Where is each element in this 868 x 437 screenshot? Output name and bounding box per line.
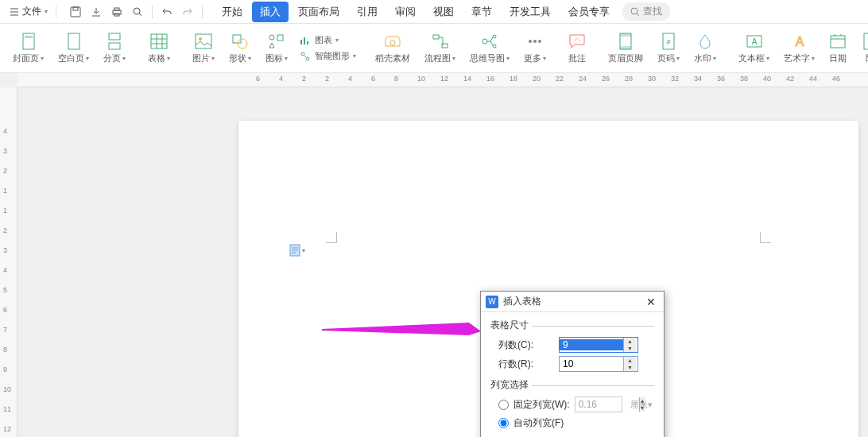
- auto-width-radio[interactable]: [498, 418, 509, 428]
- search-placeholder: 查找: [643, 5, 662, 18]
- tab-会员专享[interactable]: 会员专享: [560, 2, 618, 22]
- wordart-button[interactable]: A艺术字▾: [777, 31, 821, 66]
- spin-up-icon[interactable]: ▲: [624, 357, 636, 364]
- unit-label: 厘米▾: [630, 399, 653, 411]
- separator: [152, 6, 153, 18]
- close-button[interactable]: ✕: [643, 296, 659, 308]
- svg-point-27: [529, 40, 532, 43]
- ruler-tick: 9: [3, 365, 7, 373]
- file-menu[interactable]: 文件 ▾: [5, 3, 52, 20]
- smartart-button[interactable]: 智能图形▾: [296, 49, 359, 64]
- save-icon[interactable]: [66, 2, 85, 21]
- tab-页面布局[interactable]: 页面布局: [290, 2, 347, 22]
- spin-down-icon[interactable]: ▼: [624, 345, 636, 352]
- svg-point-25: [493, 35, 496, 38]
- ruler-tick: 4: [348, 73, 352, 87]
- tab-审阅[interactable]: 审阅: [387, 2, 424, 22]
- ruler-tick: 16: [486, 73, 494, 87]
- fixed-width-radio[interactable]: [498, 400, 509, 410]
- svg-point-24: [482, 39, 487, 44]
- svg-rect-3: [114, 8, 119, 10]
- ruler-tick: 36: [717, 73, 725, 87]
- svg-point-16: [238, 39, 247, 48]
- mindmap-button[interactable]: 思维导图▾: [463, 31, 516, 66]
- tab-开发工具[interactable]: 开发工具: [502, 2, 559, 22]
- more-button[interactable]: 更多▾: [517, 31, 552, 66]
- flowchart-icon: [432, 33, 449, 50]
- ruler-tick: 42: [786, 73, 794, 87]
- picture-button[interactable]: 图片▾: [186, 31, 221, 66]
- cover-page-icon: [20, 33, 37, 50]
- undo-icon[interactable]: [157, 2, 176, 21]
- svg-point-5: [134, 8, 140, 14]
- header-footer-button[interactable]: 页眉页脚: [602, 31, 649, 66]
- svg-rect-11: [109, 43, 120, 49]
- page-number-button[interactable]: #页码▾: [651, 31, 686, 66]
- blank-page-icon: [65, 33, 83, 50]
- file-menu-label: 文件: [22, 5, 41, 18]
- rows-input[interactable]: ▲▼: [559, 356, 638, 372]
- horizontal-ruler[interactable]: 6422468101214161820222426283032343638404…: [17, 73, 868, 87]
- comment-button[interactable]: 批注: [562, 31, 592, 66]
- svg-rect-38: [831, 36, 845, 48]
- page-break-button[interactable]: 分页▾: [97, 31, 132, 66]
- shape-icon: [231, 33, 249, 50]
- ruler-tick: 8: [394, 73, 398, 87]
- date-icon: [829, 33, 847, 50]
- icon-button[interactable]: 图标▾: [259, 31, 294, 66]
- vertical-ruler[interactable]: 4321123456789101112131415: [0, 87, 17, 437]
- smartart-icon: [299, 50, 312, 63]
- attach-button[interactable]: 附: [854, 31, 868, 66]
- blank-page-button[interactable]: 空白页▾: [52, 31, 95, 66]
- tab-引用[interactable]: 引用: [349, 2, 386, 22]
- ruler-tick: 40: [763, 73, 771, 87]
- margin-corner-icon: [760, 232, 771, 243]
- spin-down-icon[interactable]: ▼: [624, 364, 636, 371]
- preview-icon[interactable]: [128, 2, 147, 21]
- docer-icon: [384, 33, 401, 50]
- tab-开始[interactable]: 开始: [214, 2, 250, 22]
- rows-value[interactable]: [560, 358, 623, 369]
- watermark-button[interactable]: 水印▾: [688, 31, 723, 66]
- svg-rect-39: [864, 33, 868, 49]
- svg-point-20: [306, 57, 309, 60]
- rows-label: 行数(R):: [498, 358, 554, 371]
- icon-lib-icon: [268, 33, 285, 50]
- export-icon[interactable]: [87, 2, 106, 21]
- paste-options-icon[interactable]: ▾: [289, 244, 305, 257]
- tab-视图[interactable]: 视图: [425, 2, 462, 22]
- ruler-tick: 38: [740, 73, 748, 87]
- dialog-title: 插入表格: [503, 295, 541, 308]
- search-box[interactable]: 查找: [622, 2, 670, 21]
- svg-text:A: A: [751, 37, 757, 46]
- svg-rect-9: [68, 33, 79, 49]
- flowchart-button[interactable]: 流程图▾: [418, 31, 462, 66]
- ruler-tick: 46: [832, 73, 840, 87]
- redo-icon[interactable]: [178, 2, 197, 21]
- columns-value[interactable]: [560, 339, 623, 350]
- ruler-tick: 34: [694, 73, 702, 87]
- tab-章节[interactable]: 章节: [463, 2, 500, 22]
- fixed-width-value: [575, 399, 639, 410]
- ruler-tick: 26: [602, 73, 610, 87]
- print-icon[interactable]: [107, 2, 126, 21]
- textbox-button[interactable]: A文本框▾: [732, 31, 776, 66]
- ruler-tick: 12: [440, 73, 448, 87]
- ruler-tick: 22: [556, 73, 564, 87]
- table-button[interactable]: 表格▾: [141, 31, 176, 66]
- insert-table-dialog: W 插入表格 ✕ 表格尺寸 列数(C): ▲▼ 行数(R): ▲▼ 列宽选择: [480, 291, 665, 437]
- svg-rect-0: [71, 7, 80, 17]
- columns-input[interactable]: ▲▼: [559, 337, 638, 353]
- spin-up-icon[interactable]: ▲: [624, 338, 636, 345]
- tab-插入[interactable]: 插入: [252, 2, 289, 22]
- date-button[interactable]: 日期: [823, 31, 853, 66]
- cover-page-button[interactable]: 封面页▾: [6, 31, 50, 66]
- ruler-tick: 4: [279, 73, 283, 87]
- ruler-tick: 3: [3, 246, 7, 254]
- fixed-width-input[interactable]: ▲▼: [575, 396, 622, 412]
- chart-button[interactable]: 图表▾: [296, 33, 359, 48]
- svg-rect-12: [151, 34, 167, 48]
- docer-button[interactable]: 稻壳素材: [369, 31, 417, 66]
- ruler-tick: 14: [463, 73, 471, 87]
- shape-button[interactable]: 形状▾: [223, 31, 258, 66]
